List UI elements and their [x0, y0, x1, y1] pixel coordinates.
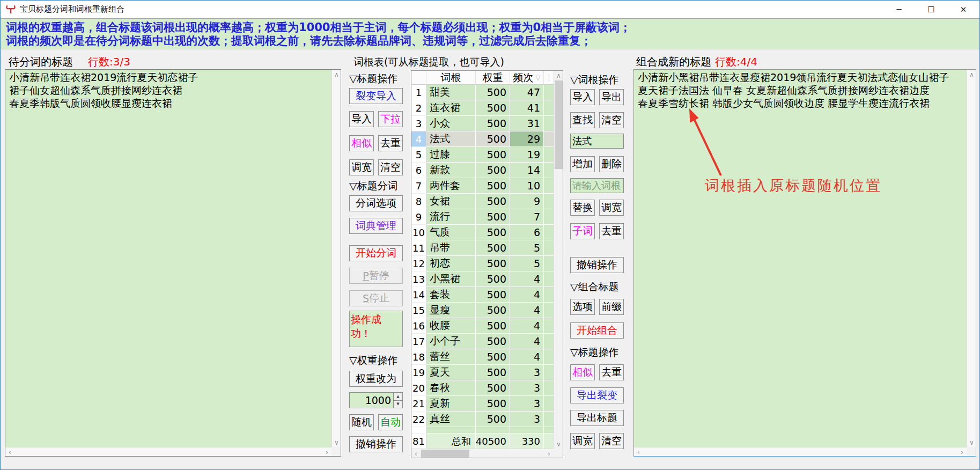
pulldown-button[interactable]: 下拉	[378, 111, 403, 127]
dedupe-button[interactable]: 去重	[378, 135, 403, 151]
table-row[interactable]: 9流行5007	[411, 209, 563, 225]
scroll-down-icon[interactable]: ∨	[332, 438, 341, 447]
combined-titles-textarea[interactable]: 小清新小黑裙吊带连衣显瘦裙2019领吊流行夏天初法式恋仙女山裙子 夏天裙子法国法…	[633, 69, 976, 457]
weight-change-button[interactable]: 权重改为	[349, 371, 403, 387]
table-row[interactable]: 18蕾丝5004	[411, 349, 563, 365]
dedupe-new-button[interactable]: 去重	[599, 364, 624, 380]
left-horizontal-scrollbar[interactable]: ‹ ›	[5, 447, 331, 456]
weight-spinner[interactable]: 1000 ▲ ▼	[349, 392, 403, 408]
widen-new-button[interactable]: 调宽	[570, 433, 595, 449]
clear-new-button[interactable]: 清空	[599, 433, 624, 449]
table-horizontal-scrollbar[interactable]: ‹ ›	[411, 449, 554, 458]
table-row[interactable]: 1甜美50047	[411, 85, 563, 100]
scroll-down-icon[interactable]: ∨	[967, 438, 976, 447]
table-row[interactable]: 8女裙5009	[411, 194, 563, 209]
clear-button[interactable]: 清空	[378, 159, 403, 175]
similar-new-button[interactable]: 相似	[570, 364, 595, 380]
table-row[interactable]: 19夏天5003	[411, 365, 563, 380]
table-row[interactable]: 21夏新5003	[411, 396, 563, 412]
source-titles-textarea[interactable]: 小清新吊带连衣裙2019流行夏天初恋裙子 裙子仙女超仙森系气质拼接网纱连衣裙 春…	[5, 69, 341, 457]
scrollbar-thumb[interactable]	[421, 450, 469, 458]
table-row[interactable]: 5过膝50019	[411, 147, 563, 163]
dedupe-roots-button[interactable]: 去重	[599, 223, 624, 239]
weight-column-header[interactable]: 权重	[476, 71, 510, 85]
scroll-right-icon[interactable]: ›	[322, 447, 331, 457]
table-row[interactable]: 20春秋5003	[411, 380, 563, 396]
widen-roots-button[interactable]: 调宽	[599, 200, 624, 216]
minimize-button[interactable]: ─	[883, 1, 915, 18]
freq-column-header[interactable]: 频次▽	[510, 71, 544, 85]
word-cell: 小黑裙	[426, 271, 476, 287]
right-horizontal-scrollbar[interactable]: ‹ ›	[634, 447, 967, 456]
fission-import-button[interactable]: 裂变导入	[349, 88, 403, 104]
subword-button[interactable]: 子词	[570, 223, 595, 239]
num-cell: 4	[411, 131, 426, 147]
scroll-up-icon[interactable]: ∧	[332, 70, 341, 79]
find-button[interactable]: 查找	[570, 112, 595, 128]
split-options-button[interactable]: 分词选项	[349, 195, 403, 211]
pause-button[interactable]: P暂停	[349, 268, 403, 284]
scroll-left-icon[interactable]: ‹	[5, 447, 14, 457]
table-row[interactable]: 4法式50029	[411, 131, 563, 147]
delete-root-button[interactable]: 删除	[599, 156, 624, 172]
table-row[interactable]: 3小众50031	[411, 116, 563, 131]
table-row[interactable]: 11吊带5005	[411, 240, 563, 256]
freq-cell: 4	[510, 271, 544, 287]
clear-roots-button[interactable]: 清空	[599, 112, 624, 128]
table-row[interactable]: 13小黑裙5004	[411, 271, 563, 287]
stop-button[interactable]: S停止	[349, 290, 403, 306]
maximize-button[interactable]: ☐	[915, 1, 947, 18]
similar-button[interactable]: 相似	[349, 135, 374, 151]
scroll-up-icon[interactable]: ∧	[554, 71, 563, 80]
table-row[interactable]: 22真丝5003	[411, 412, 563, 427]
freq-cell: 31	[510, 116, 544, 131]
table-row[interactable]: 17小个子5004	[411, 334, 563, 349]
spin-down-icon[interactable]: ▼	[394, 401, 402, 408]
widen-button[interactable]: 调宽	[349, 159, 374, 175]
dict-manage-button[interactable]: 词典管理	[349, 218, 403, 234]
close-button[interactable]: ✕	[947, 1, 979, 18]
table-row[interactable]: 6新款50014	[411, 163, 563, 178]
scroll-down-icon[interactable]: ∨	[554, 439, 563, 449]
root-column-header[interactable]: 词根	[426, 71, 476, 85]
import-titles-button[interactable]: 导入	[349, 111, 374, 127]
left-row-count: 行数:3/3	[88, 55, 130, 69]
scroll-right-icon[interactable]: ›	[544, 449, 554, 458]
table-row[interactable]: 12初恋5005	[411, 256, 563, 271]
table-vertical-scrollbar[interactable]: ∧ ∨	[554, 71, 563, 449]
scroll-right-icon[interactable]: ›	[957, 447, 967, 457]
table-row[interactable]: 2连衣裙50041	[411, 100, 563, 116]
weight-cell: 500	[476, 256, 510, 271]
left-vertical-scrollbar[interactable]: ∧ ∨	[331, 70, 341, 447]
auto-weight-button[interactable]: 自动	[378, 414, 403, 430]
extra-cell	[544, 396, 555, 412]
combine-options-button[interactable]: 选项	[570, 299, 595, 315]
new-root-input[interactable]	[570, 178, 624, 193]
start-split-button[interactable]: 开始分词	[349, 245, 403, 261]
table-row[interactable]: 16收腰5004	[411, 318, 563, 334]
export-titles-button[interactable]: 导出标题	[570, 410, 624, 426]
scroll-left-icon[interactable]: ‹	[411, 449, 421, 458]
scrollbar-thumb[interactable]	[555, 80, 563, 169]
add-root-button[interactable]: 增加	[570, 156, 595, 172]
table-row[interactable]: 15显瘦5004	[411, 303, 563, 318]
scroll-left-icon[interactable]: ‹	[634, 447, 643, 457]
scroll-up-icon[interactable]: ∧	[967, 70, 976, 79]
table-row[interactable]: 10气质5006	[411, 225, 563, 240]
table-row[interactable]: 7两件套50010	[411, 178, 563, 194]
start-combine-button[interactable]: 开始组合	[570, 322, 624, 339]
table-header: 词根 权重 频次▽ ⋮	[411, 71, 563, 85]
undo-roots-button[interactable]: 撤销操作	[570, 257, 624, 273]
freq-cell: 14	[510, 163, 544, 178]
export-fission-button[interactable]: 导出裂变	[570, 387, 624, 403]
table-row[interactable]: 14套装5004	[411, 287, 563, 303]
undo-button[interactable]: 撤销操作	[349, 436, 403, 452]
random-weight-button[interactable]: 随机	[349, 414, 374, 430]
right-vertical-scrollbar[interactable]: ∧ ∨	[967, 70, 976, 447]
spin-up-icon[interactable]: ▲	[394, 393, 402, 401]
export-roots-button[interactable]: 导出	[599, 89, 624, 105]
replace-button[interactable]: 替换	[570, 200, 595, 216]
prefix-button[interactable]: 前缀	[599, 299, 624, 315]
root-word-input[interactable]	[570, 134, 624, 149]
import-roots-button[interactable]: 导入	[570, 89, 595, 105]
